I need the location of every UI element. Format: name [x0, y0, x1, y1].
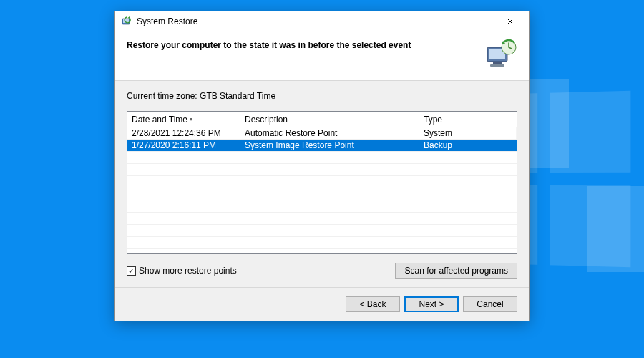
cell-date: 1/27/2020 2:16:11 PM: [127, 140, 240, 151]
dialog-header: Restore your computer to the state it wa…: [115, 32, 529, 80]
empty-row: [127, 213, 517, 225]
table-row[interactable]: 1/27/2020 2:16:11 PM System Image Restor…: [127, 140, 517, 152]
empty-row: [127, 225, 517, 237]
cell-description: Automatic Restore Point: [240, 127, 419, 139]
empty-row: [127, 188, 517, 200]
cell-date: 2/28/2021 12:24:36 PM: [127, 127, 240, 139]
table-header: Date and Time ▾ Description Type: [127, 112, 517, 127]
table-row[interactable]: 2/28/2021 12:24:36 PM Automatic Restore …: [127, 127, 517, 140]
cancel-button[interactable]: Cancel: [463, 296, 517, 312]
column-header-date-label: Date and Time: [132, 115, 187, 125]
column-header-type-label: Type: [424, 115, 442, 125]
dialog-footer: < Back Next > Cancel: [115, 287, 529, 321]
empty-row: [127, 237, 517, 249]
empty-row: [127, 152, 517, 164]
close-button[interactable]: [496, 13, 525, 30]
cell-type: System: [419, 127, 517, 139]
column-header-date[interactable]: Date and Time ▾: [127, 112, 240, 127]
table-body: 2/28/2021 12:24:36 PM Automatic Restore …: [127, 127, 517, 249]
dialog-content: Current time zone: GTB Standard Time Dat…: [115, 80, 529, 287]
system-restore-icon: [121, 16, 132, 27]
empty-row: [127, 176, 517, 188]
back-button[interactable]: < Back: [346, 296, 400, 312]
next-button[interactable]: Next >: [404, 296, 459, 312]
empty-row: [127, 164, 517, 176]
system-restore-dialog: System Restore Restore your computer to …: [114, 11, 530, 321]
cell-type: Backup: [419, 140, 517, 151]
show-more-checkbox[interactable]: ✓ Show more restore points: [127, 266, 237, 276]
timezone-label: Current time zone: GTB Standard Time: [127, 91, 517, 101]
window-title: System Restore: [137, 16, 496, 26]
restore-hero-icon: [483, 39, 517, 70]
header-heading: Restore your computer to the state it wa…: [127, 39, 474, 50]
empty-row: [127, 200, 517, 213]
column-header-type[interactable]: Type: [419, 112, 517, 127]
column-header-description[interactable]: Description: [240, 112, 419, 127]
cell-description: System Image Restore Point: [240, 140, 419, 151]
column-header-description-label: Description: [245, 115, 288, 125]
scan-affected-button[interactable]: Scan for affected programs: [395, 263, 517, 279]
title-bar: System Restore: [115, 11, 529, 32]
checkbox-icon: ✓: [127, 266, 136, 276]
svg-rect-4: [493, 62, 502, 64]
svg-rect-5: [490, 64, 504, 67]
below-table-controls: ✓ Show more restore points Scan for affe…: [127, 254, 517, 279]
sort-descending-icon: ▾: [190, 117, 192, 122]
close-icon: [507, 18, 514, 25]
restore-points-table: Date and Time ▾ Description Type 2/28/20…: [127, 111, 517, 254]
show-more-label: Show more restore points: [139, 266, 237, 276]
